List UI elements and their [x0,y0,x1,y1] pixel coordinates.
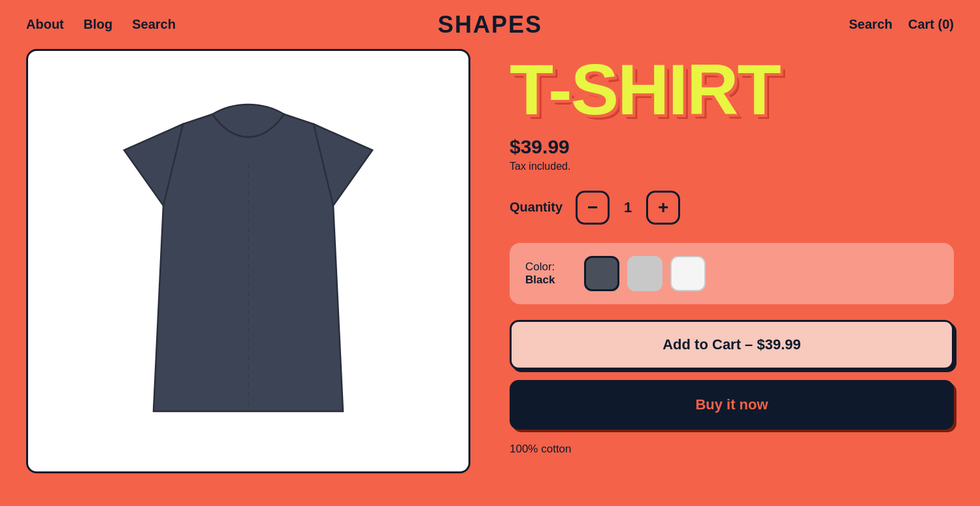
product-material: 100% cotton [510,443,954,456]
color-swatch-black[interactable] [584,256,619,291]
buy-now-button[interactable]: Buy it now [510,380,954,430]
quantity-increase-button[interactable]: + [646,191,680,225]
product-details: T-SHIRT $39.99 Tax included. Quantity − … [510,49,954,506]
nav-left: About Blog Search [26,17,176,32]
nav-search-right[interactable]: Search [849,17,892,32]
quantity-label: Quantity [510,200,563,215]
add-to-cart-button[interactable]: Add to Cart – $39.99 [510,320,954,370]
quantity-row: Quantity − 1 + [510,191,954,225]
product-title: T-SHIRT [510,55,954,124]
color-swatch-gray[interactable] [627,256,662,291]
main-content: T-SHIRT $39.99 Tax included. Quantity − … [0,49,980,506]
quantity-decrease-button[interactable]: − [576,191,610,225]
tax-info: Tax included. [510,161,954,172]
color-section: Color: Black [510,243,954,304]
product-image-container [26,49,470,473]
nav-cart[interactable]: Cart (0) [908,17,954,32]
quantity-value: 1 [620,199,636,216]
color-label: Color: Black [525,261,564,287]
product-price: $39.99 [510,136,954,158]
nav-blog[interactable]: Blog [84,17,112,32]
quantity-controls: − 1 + [576,191,680,225]
site-title: SHAPES [438,11,542,39]
nav-right: Search Cart (0) [849,17,954,32]
nav-about[interactable]: About [26,17,64,32]
nav-search-left[interactable]: Search [132,17,176,32]
product-image [111,98,385,424]
color-swatches [584,256,706,291]
color-selected-name: Black [525,274,564,287]
color-swatch-white[interactable] [670,256,706,291]
